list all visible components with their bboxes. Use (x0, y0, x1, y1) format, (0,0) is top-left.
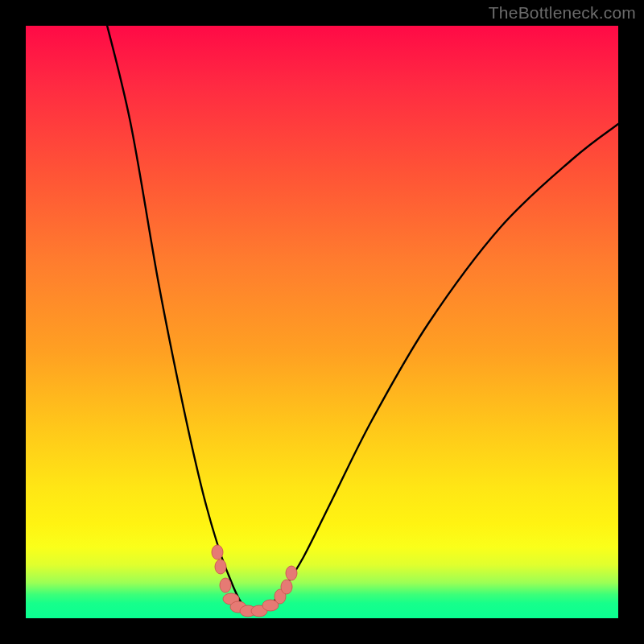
bottleneck-curve (103, 10, 618, 610)
watermark-text: TheBottleneck.com (489, 3, 636, 23)
curve-marker (212, 545, 223, 559)
chart-overlay (26, 26, 618, 618)
chart-frame: TheBottleneck.com (0, 0, 644, 644)
curve-marker (286, 566, 297, 580)
curve-marker (220, 578, 231, 592)
curve-marker (215, 559, 226, 574)
marker-group (212, 545, 297, 617)
curve-marker (281, 580, 292, 594)
